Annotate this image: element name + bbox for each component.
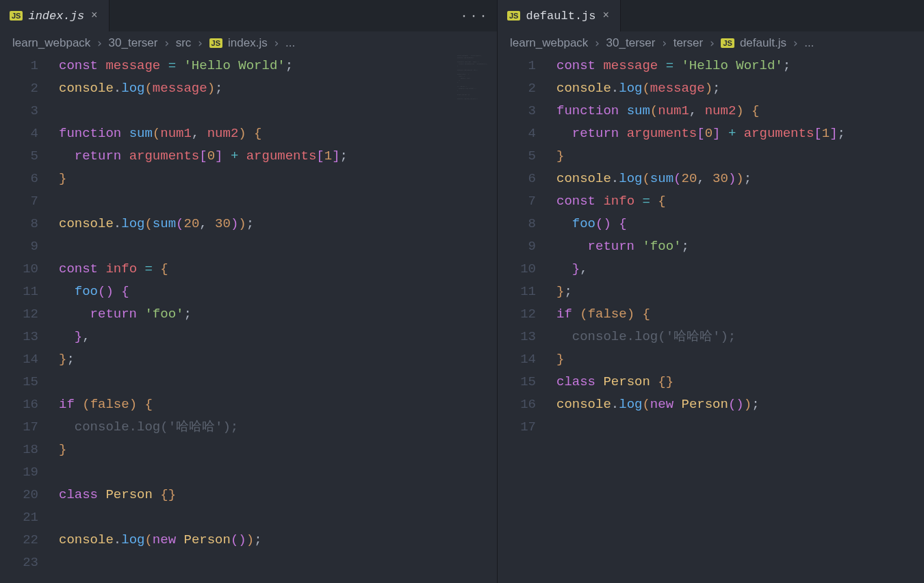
- breadcrumb-segment[interactable]: learn_webpack: [510, 36, 588, 50]
- line-number[interactable]: 12: [498, 303, 536, 326]
- breadcrumb-segment[interactable]: index.js: [228, 36, 268, 50]
- line-number[interactable]: 17: [0, 416, 38, 439]
- line-number[interactable]: 16: [0, 393, 38, 416]
- code-line[interactable]: const info = {: [59, 258, 497, 281]
- line-number[interactable]: 22: [0, 529, 38, 552]
- line-number[interactable]: 4: [498, 122, 536, 145]
- code-line[interactable]: return 'foo';: [556, 235, 924, 258]
- code-line[interactable]: }: [59, 168, 497, 190]
- code-line[interactable]: foo() {: [59, 281, 497, 303]
- breadcrumb[interactable]: learn_webpack›30_terser›terser›JSdefault…: [498, 31, 924, 55]
- code-line[interactable]: console.log('哈哈哈');: [59, 416, 497, 439]
- code-line[interactable]: }: [556, 348, 924, 371]
- line-number[interactable]: 21: [0, 506, 38, 529]
- line-number[interactable]: 9: [498, 235, 536, 258]
- code-line[interactable]: function sum(num1, num2) {: [59, 122, 497, 145]
- line-number[interactable]: 10: [498, 258, 536, 281]
- tab-default-js[interactable]: JS default.js ×: [498, 0, 621, 31]
- breadcrumb-segment[interactable]: ...: [285, 36, 295, 50]
- line-number[interactable]: 1: [0, 55, 38, 77]
- line-number[interactable]: 11: [0, 281, 38, 303]
- line-number[interactable]: 5: [0, 145, 38, 168]
- line-number[interactable]: 20: [0, 484, 38, 506]
- breadcrumb-segment[interactable]: ...: [804, 36, 814, 50]
- breadcrumb-segment[interactable]: default.js: [740, 36, 786, 50]
- line-number[interactable]: 3: [0, 100, 38, 122]
- line-number[interactable]: 10: [0, 258, 38, 281]
- line-number[interactable]: 7: [0, 190, 38, 213]
- line-number[interactable]: 3: [498, 100, 536, 122]
- code-line[interactable]: class Person {}: [556, 371, 924, 393]
- code-line[interactable]: [59, 552, 497, 574]
- code-editor-left[interactable]: 1234567891011121314151617181920212223 co…: [0, 55, 497, 583]
- line-number[interactable]: 13: [498, 326, 536, 348]
- line-number[interactable]: 23: [0, 552, 38, 574]
- line-number[interactable]: 18: [0, 439, 38, 461]
- code-line[interactable]: };: [556, 281, 924, 303]
- code-line[interactable]: return arguments[0] + arguments[1];: [556, 122, 924, 145]
- code-line[interactable]: console.log(sum(20, 30));: [59, 213, 497, 235]
- line-number[interactable]: 19: [0, 461, 38, 484]
- code-line[interactable]: console.log(new Person());: [556, 393, 924, 416]
- line-number[interactable]: 17: [498, 416, 536, 439]
- line-number[interactable]: 14: [0, 348, 38, 371]
- line-number[interactable]: 14: [498, 348, 536, 371]
- code-line[interactable]: return arguments[0] + arguments[1];: [59, 145, 497, 168]
- code-line[interactable]: console.log(new Person());: [59, 529, 497, 552]
- code-line[interactable]: if (false) {: [59, 393, 497, 416]
- code-line[interactable]: },: [556, 258, 924, 281]
- line-number[interactable]: 15: [498, 371, 536, 393]
- code-line[interactable]: [556, 416, 924, 439]
- code-line[interactable]: console.log(message);: [556, 77, 924, 100]
- code-line[interactable]: class Person {}: [59, 484, 497, 506]
- code-line[interactable]: return 'foo';: [59, 303, 497, 326]
- breadcrumb-segment[interactable]: terser: [673, 36, 703, 50]
- breadcrumb-segment[interactable]: 30_terser: [606, 36, 656, 50]
- close-icon[interactable]: ×: [90, 10, 99, 22]
- close-icon[interactable]: ×: [602, 10, 611, 22]
- code-line[interactable]: console.log(sum(20, 30));: [556, 168, 924, 190]
- line-number[interactable]: 6: [0, 168, 38, 190]
- code-line[interactable]: [59, 190, 497, 213]
- code-line[interactable]: const message = 'Hello World';: [556, 55, 924, 77]
- code-line[interactable]: const info = {: [556, 190, 924, 213]
- code-editor-right[interactable]: 1234567891011121314151617 const message …: [498, 55, 924, 583]
- line-number[interactable]: 16: [498, 393, 536, 416]
- line-number[interactable]: 5: [498, 145, 536, 168]
- code-line[interactable]: const message = 'Hello World';: [59, 55, 497, 77]
- line-number[interactable]: 8: [498, 213, 536, 235]
- code-line[interactable]: if (false) {: [556, 303, 924, 326]
- tab-overflow-icon[interactable]: ···: [460, 0, 489, 31]
- code-line[interactable]: console.log(message);: [59, 77, 497, 100]
- breadcrumb-segment[interactable]: 30_terser: [109, 36, 158, 50]
- code-line[interactable]: }: [59, 439, 497, 461]
- code-line[interactable]: };: [59, 348, 497, 371]
- code-line[interactable]: function sum(num1, num2) {: [556, 100, 924, 122]
- line-number[interactable]: 15: [0, 371, 38, 393]
- breadcrumb-segment[interactable]: learn_webpack: [12, 36, 90, 50]
- code-line[interactable]: [59, 461, 497, 484]
- line-number[interactable]: 13: [0, 326, 38, 348]
- code-area[interactable]: const message = 'Hello World';console.lo…: [59, 55, 497, 583]
- code-line[interactable]: }: [556, 145, 924, 168]
- minimap[interactable]: const message = 'Hello World'; console.l…: [457, 55, 496, 192]
- breadcrumb[interactable]: learn_webpack›30_terser›src›JSindex.js›.…: [0, 31, 497, 55]
- line-number[interactable]: 2: [498, 77, 536, 100]
- code-line[interactable]: console.log('哈哈哈');: [556, 326, 924, 348]
- line-number[interactable]: 4: [0, 122, 38, 145]
- line-number[interactable]: 6: [498, 168, 536, 190]
- code-line[interactable]: foo() {: [556, 213, 924, 235]
- code-area[interactable]: const message = 'Hello World';console.lo…: [556, 55, 924, 583]
- breadcrumb-segment[interactable]: src: [176, 36, 192, 50]
- line-number[interactable]: 8: [0, 213, 38, 235]
- tab-index-js[interactable]: JS index.js ×: [0, 0, 110, 31]
- line-number[interactable]: 9: [0, 235, 38, 258]
- code-line[interactable]: },: [59, 326, 497, 348]
- code-line[interactable]: [59, 100, 497, 122]
- line-number[interactable]: 1: [498, 55, 536, 77]
- code-line[interactable]: [59, 506, 497, 529]
- code-line[interactable]: [59, 235, 497, 258]
- line-number[interactable]: 12: [0, 303, 38, 326]
- line-number[interactable]: 2: [0, 77, 38, 100]
- code-line[interactable]: [59, 371, 497, 393]
